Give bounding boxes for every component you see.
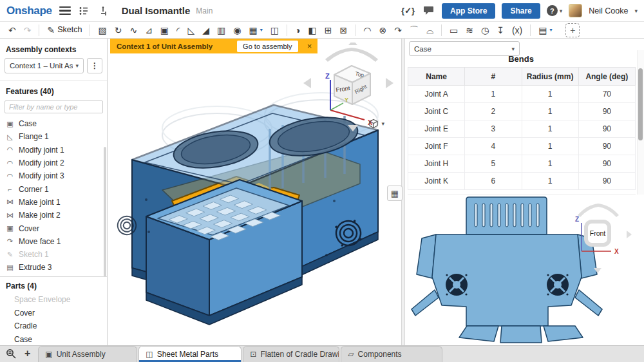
feature-item[interactable]: ↷Move face 1: [0, 235, 107, 248]
versions-icon[interactable]: [77, 4, 91, 18]
feature-item[interactable]: ▤Extrude 3: [0, 261, 107, 274]
comment-icon[interactable]: [421, 4, 435, 18]
feature-item[interactable]: ⋈Make joint 2: [0, 209, 107, 222]
bends-cell[interactable]: 1: [522, 155, 578, 173]
revolve-icon[interactable]: ↻: [111, 23, 126, 37]
shell-icon[interactable]: ◉: [230, 23, 244, 37]
flat-pattern-toggle-button[interactable]: ▦: [387, 186, 402, 201]
fillet-icon[interactable]: ◜: [173, 23, 183, 37]
export-icon[interactable]: ↧: [493, 23, 507, 37]
feature-item[interactable]: ◠Modify joint 1: [0, 144, 107, 157]
part-item[interactable]: Cover: [0, 307, 107, 320]
mirror-icon[interactable]: ◫: [267, 23, 282, 37]
tab-flatten-of-cradle-drawi[interactable]: ⊡Flatten of Cradle Drawi...: [243, 346, 339, 362]
bends-cell[interactable]: 90: [578, 173, 635, 190]
user-name[interactable]: Neil Cooke: [589, 6, 628, 15]
bends-cell[interactable]: 2: [465, 103, 522, 120]
bends-cell[interactable]: Joint C: [408, 103, 465, 120]
bends-cell[interactable]: 6: [465, 173, 522, 190]
feature-filter-input[interactable]: [5, 100, 103, 113]
context-dropdown[interactable]: Context 1 – Unit Asser ▾: [5, 58, 84, 73]
history-icon[interactable]: ◷: [478, 23, 492, 37]
feature-item[interactable]: ⌐Corner 1: [0, 182, 107, 195]
redo-icon[interactable]: ↷: [21, 23, 35, 37]
manage-icon[interactable]: ▤▾: [535, 23, 555, 37]
move-face-icon[interactable]: ↷: [391, 23, 405, 37]
tab-components[interactable]: ▱Components: [341, 346, 442, 362]
bends-cell[interactable]: 1: [522, 103, 578, 120]
sheet-metal-flange-icon[interactable]: ⌒: [406, 23, 422, 37]
draft-icon[interactable]: ◢: [199, 23, 213, 37]
insert-new-icon[interactable]: [97, 4, 111, 18]
part-item[interactable]: Case: [0, 333, 107, 346]
modify-fillet-icon[interactable]: ◠: [360, 23, 374, 37]
bends-cell[interactable]: Joint F: [408, 138, 465, 155]
feature-item[interactable]: ◺Flange 1: [0, 130, 107, 143]
feature-item[interactable]: ✎Sketch 1: [0, 248, 107, 261]
bends-cell[interactable]: 90: [578, 138, 635, 155]
scrollbar-thumb[interactable]: [638, 68, 643, 140]
bends-cell[interactable]: 1: [522, 86, 578, 103]
feature-item[interactable]: ◠Modify joint 3: [0, 169, 107, 182]
bends-cell[interactable]: Joint A: [408, 86, 465, 103]
bends-cell[interactable]: 90: [578, 155, 635, 173]
bends-cell[interactable]: 90: [578, 103, 635, 120]
sketch-button[interactable]: ✎Sketch: [44, 23, 85, 37]
view-options-button[interactable]: ▾: [368, 119, 384, 129]
bends-cell[interactable]: 90: [578, 120, 635, 138]
undo-icon[interactable]: ↶: [5, 23, 19, 37]
split-icon[interactable]: ◧: [305, 23, 319, 37]
user-avatar[interactable]: [569, 4, 582, 17]
feature-item[interactable]: ⋈Make joint 1: [0, 196, 107, 209]
bends-cell[interactable]: 1: [522, 173, 578, 190]
part-item[interactable]: Cradle: [0, 319, 107, 333]
fullscreen-icon[interactable]: +: [565, 23, 580, 37]
variables-icon[interactable]: (x): [509, 23, 526, 37]
feature-item[interactable]: ▣Cover: [0, 222, 107, 234]
context-menu-button[interactable]: ⋮: [87, 58, 102, 73]
add-tab-button[interactable]: +: [24, 348, 30, 359]
bends-cell[interactable]: 1: [522, 138, 578, 155]
sweep-icon[interactable]: ∿: [126, 23, 140, 37]
loft-icon[interactable]: ⊿: [142, 23, 156, 37]
extrude-icon[interactable]: ▧: [95, 23, 109, 37]
bends-cell[interactable]: 5: [465, 155, 522, 173]
delete-part-icon[interactable]: ⊠: [336, 23, 350, 37]
rib-icon[interactable]: ▥: [214, 23, 229, 37]
bends-cell[interactable]: Joint K: [408, 173, 465, 190]
part-item[interactable]: Space Envelope: [0, 293, 107, 307]
bends-cell[interactable]: Joint H: [408, 155, 465, 173]
drawing-icon[interactable]: ▭: [446, 23, 461, 37]
help-menu[interactable]: ? ▾: [547, 5, 563, 16]
tab-sheet-metal-parts[interactable]: ◫Sheet Metal Parts: [138, 346, 242, 362]
graphics-viewport[interactable]: Context 1 of Unit Assembly Go to assembl…: [108, 39, 401, 345]
help-icon[interactable]: ?: [547, 5, 558, 16]
tab-unit-assembly[interactable]: ▣Unit Assembly: [38, 346, 137, 362]
pattern-icon[interactable]: ▦▾: [246, 23, 266, 37]
bends-cell[interactable]: 1: [522, 120, 578, 138]
go-to-assembly-button[interactable]: Go to assembly: [237, 41, 298, 52]
view-cube[interactable]: Top Front Right Z X Y: [297, 43, 400, 139]
flat-pattern-view[interactable]: Front Z X: [405, 193, 644, 345]
bends-cell[interactable]: 1: [465, 86, 522, 103]
feedback-code-icon[interactable]: {✓}: [401, 6, 415, 15]
workspace-label[interactable]: Main: [196, 6, 213, 15]
search-tabs-icon[interactable]: [4, 347, 18, 361]
hamburger-menu-icon[interactable]: [59, 6, 71, 15]
sheet-metal-bend-icon[interactable]: ⌓: [423, 23, 437, 37]
close-icon[interactable]: ×: [303, 41, 316, 52]
transform-icon[interactable]: ⊞: [321, 23, 336, 37]
chevron-down-icon[interactable]: ▾: [634, 8, 638, 14]
bends-cell[interactable]: 4: [465, 138, 522, 155]
delete-face-icon[interactable]: ⊗: [375, 23, 390, 37]
thicken-icon[interactable]: ▣: [157, 23, 172, 37]
app-store-button[interactable]: App Store: [442, 3, 495, 19]
spline-icon[interactable]: ≋: [462, 23, 477, 37]
bends-cell[interactable]: 70: [578, 86, 635, 103]
bends-cell[interactable]: 3: [465, 120, 522, 138]
boolean-icon[interactable]: ◑: [292, 23, 303, 37]
onshape-logo[interactable]: Onshape: [6, 5, 52, 17]
bends-cell[interactable]: Joint E: [408, 120, 465, 138]
scrollbar-track[interactable]: [637, 50, 644, 195]
chamfer-icon[interactable]: ◺: [185, 23, 198, 37]
